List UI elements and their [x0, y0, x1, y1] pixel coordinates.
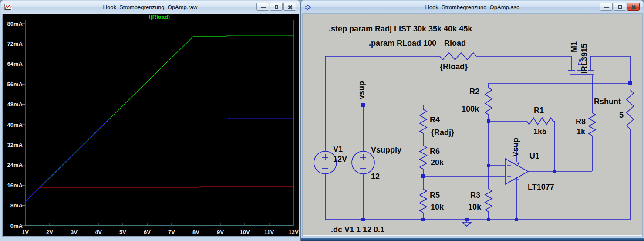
junction-dot — [553, 170, 556, 173]
y-tick-label: 40mA — [7, 122, 23, 128]
label-r2-value[interactable]: 100k — [462, 105, 479, 113]
x-tick-label: 5V — [119, 229, 126, 235]
label-r4-name[interactable]: R4 — [430, 115, 440, 124]
schematic-window-titlebar[interactable]: Hook_Strombegrenzung_OpAmp.asc — [301, 1, 643, 14]
directive-step-directive[interactable]: .step param Radj LIST 30k 35k 40k 45k — [329, 24, 472, 33]
x-tick-label: 7V — [168, 229, 175, 235]
label-v1-name[interactable]: V1 — [333, 145, 343, 153]
label-r1-name[interactable]: R1 — [534, 106, 544, 115]
x-tick-label: 12V — [288, 229, 298, 235]
label-rload-value[interactable]: {Rload} — [440, 62, 468, 71]
directive-param-directive[interactable]: .param RLoad 100 — [369, 39, 436, 48]
x-tick-label: 10V — [239, 229, 250, 235]
y-tick-label: 16mA — [7, 182, 23, 189]
x-tick-label: 4V — [95, 229, 102, 235]
junction-dot — [421, 174, 425, 178]
x-tick-label: 11V — [264, 229, 274, 235]
junction-dot — [361, 103, 365, 107]
label-r8-name[interactable]: R8 — [576, 117, 586, 126]
label-r2-name[interactable]: R2 — [469, 87, 479, 96]
junction-dot — [487, 119, 490, 123]
y-tick-label: 56mA — [7, 81, 23, 88]
label-r5-name[interactable]: R5 — [430, 191, 440, 200]
label-r3-name[interactable]: R3 — [470, 191, 480, 200]
waveform-icon[interactable] — [4, 4, 12, 10]
resistor-R8[interactable] — [589, 113, 596, 136]
label-vsupply-value[interactable]: 12 — [371, 172, 380, 181]
schematic-canvas[interactable]: .step param Radj LIST 30k 35k 40k 45k.pa… — [303, 14, 642, 236]
ground-symbol[interactable] — [462, 222, 471, 226]
close-button[interactable] — [283, 3, 296, 11]
waveform-window-title: Hook_Strombegrenzung_OpAmp.raw — [1, 4, 300, 10]
y-tick-label: 0mA — [10, 223, 23, 229]
y-tick-label: 48mA — [7, 101, 23, 108]
y-tick-label: 80mA — [7, 20, 23, 27]
label-rshunt-value[interactable]: 5 — [619, 111, 624, 119]
resistor-R5[interactable] — [420, 189, 427, 213]
directive-dc-directive[interactable]: .dc V1 1 12 0.1 — [331, 225, 384, 234]
junction-dot — [628, 81, 632, 85]
label-r5-value[interactable]: 10k — [431, 203, 444, 211]
x-tick-label: 2V — [46, 229, 53, 235]
x-tick-label: 6V — [144, 229, 151, 235]
label-r8-value[interactable]: 1k — [577, 127, 586, 136]
restore-icon — [275, 5, 278, 9]
x-tick-label: 9V — [217, 229, 224, 235]
resistor-R6[interactable] — [420, 146, 427, 169]
x-tick-label: 3V — [71, 229, 78, 235]
y-tick-label: 32mA — [7, 142, 23, 148]
junction-dot — [465, 218, 469, 221]
junction-dot — [515, 218, 518, 221]
label-m1-value[interactable]: IRL3915 — [580, 44, 589, 74]
y-tick-label: 64mA — [7, 61, 23, 67]
label-rload-name[interactable]: Rload — [444, 39, 466, 48]
label-r4-value[interactable]: {Radj} — [431, 128, 454, 137]
minimize-button[interactable] — [256, 3, 269, 11]
schematic-window-title: Hook_Strombegrenzung_OpAmp.asc — [301, 4, 643, 10]
waveform-window-titlebar[interactable]: Hook_Strombegrenzung_OpAmp.raw — [1, 1, 300, 14]
y-tick-label: 8mA — [10, 202, 23, 209]
label-vsupply-name[interactable]: Vsupply — [371, 146, 401, 154]
label-r6-name[interactable]: R6 — [430, 147, 440, 156]
resistor-R3[interactable] — [485, 189, 492, 212]
x-tick-label: 1V — [22, 229, 29, 235]
resistor-R4[interactable] — [420, 109, 427, 133]
restore-icon — [618, 5, 622, 9]
label-u1-value[interactable]: LT1077 — [528, 183, 554, 191]
label-vsup-net-label-source[interactable]: vsup — [357, 81, 366, 99]
label-u1-name[interactable]: U1 — [529, 152, 539, 160]
label-v1-value[interactable]: 12V — [333, 155, 347, 163]
restore-button[interactable] — [270, 3, 283, 11]
close-button[interactable] — [627, 3, 640, 11]
label-m1-name[interactable]: M1 — [570, 41, 578, 52]
junction-dot — [421, 218, 425, 221]
x-tick-label: 8V — [192, 229, 199, 235]
junction-dot — [361, 218, 365, 221]
opamp-icon[interactable] — [305, 4, 313, 10]
schematic-window: Hook_Strombegrenzung_OpAmp.asc .step par… — [300, 0, 644, 241]
resistor-R2[interactable] — [485, 88, 492, 115]
junction-dot — [487, 164, 490, 167]
plot-title: I(Rload) — [149, 14, 170, 20]
label-r6-value[interactable]: 20k — [431, 158, 444, 167]
window-bottom-edge — [301, 238, 644, 241]
y-tick-label: 72mA — [7, 41, 23, 47]
resistor-R1[interactable] — [527, 118, 553, 125]
label-r1-value[interactable]: 1k5 — [533, 127, 546, 136]
minimize-icon — [261, 7, 266, 8]
minimize-icon — [604, 7, 609, 8]
waveform-window: Hook_Strombegrenzung_OpAmp.raw I(Rload)0… — [0, 0, 300, 241]
junction-dot — [487, 218, 490, 221]
resistor-Rload[interactable] — [440, 53, 476, 60]
label-rshunt-name[interactable]: Rshunt — [594, 97, 621, 106]
label-vsup-net-label-opamp[interactable]: Vsup — [511, 138, 520, 157]
label-r3-value[interactable]: 10k — [468, 203, 482, 211]
minimize-button[interactable] — [600, 3, 613, 11]
waveform-pane[interactable]: I(Rload)0mA8mA16mA24mA32mA40mA48mA56mA64… — [2, 14, 299, 237]
plot-background — [3, 14, 299, 236]
desktop: Hook_Strombegrenzung_OpAmp.raw I(Rload)0… — [0, 0, 644, 241]
y-tick-label: 24mA — [7, 162, 23, 168]
restore-button[interactable] — [614, 3, 626, 11]
resistor-Rshunt[interactable] — [627, 90, 634, 129]
